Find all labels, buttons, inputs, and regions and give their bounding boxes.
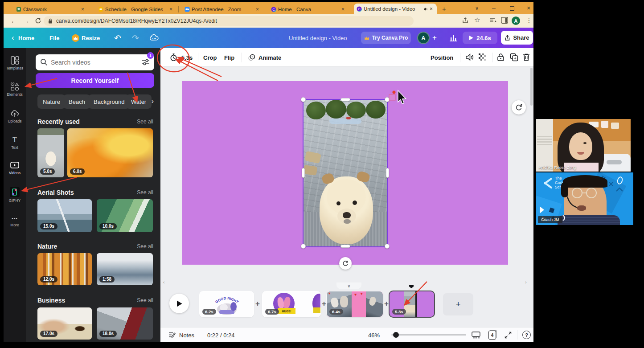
video-thumbnail-fog[interactable]: 1:58 — [97, 253, 153, 285]
browser-share-icon[interactable] — [462, 17, 469, 24]
filter-icon[interactable] — [142, 58, 150, 66]
resize-handle-bottom-right[interactable] — [385, 244, 390, 249]
forward-icon[interactable]: → — [23, 17, 29, 25]
canva-avatar[interactable]: A — [417, 32, 430, 44]
fullscreen-icon[interactable] — [505, 332, 512, 339]
bookmark-star-icon[interactable]: ☆ — [474, 16, 480, 24]
tab-audio-icon[interactable] — [423, 7, 428, 12]
zoom-slider-knob[interactable] — [393, 332, 399, 338]
participant-video-anichka[interactable]: Anichka Reese Zeng — [536, 119, 631, 172]
see-all-link[interactable]: See all — [137, 189, 153, 196]
record-yourself-button[interactable]: Record Yourself — [36, 73, 154, 88]
tab-google-slides[interactable]: Schedule - Google Slides × — [95, 4, 176, 14]
zoom-percent[interactable]: 46% — [368, 332, 380, 339]
timeline-clip-3[interactable]: ♥ ♥ ♥ 6.4s — [327, 291, 383, 317]
video-thumbnail-aerial-field[interactable]: 10.0s — [97, 199, 153, 232]
video-thumbnail-bridge[interactable]: 15.0s — [37, 199, 92, 232]
insights-chart-icon[interactable] — [449, 34, 458, 42]
chip-water[interactable]: Water — [126, 94, 152, 109]
tab-untitled-design[interactable]: C Untitled design - Video × — [354, 4, 437, 14]
help-button[interactable]: ? — [522, 331, 531, 339]
transparency-icon[interactable] — [479, 53, 487, 61]
canvas-page[interactable] — [182, 81, 508, 265]
sidebar-item-more[interactable]: ••• More — [4, 215, 26, 227]
browser-avatar[interactable]: A — [512, 16, 520, 25]
resize-handle-right[interactable] — [386, 168, 389, 178]
rotate-handle[interactable] — [339, 257, 352, 270]
vertical-scrollbar-thumb[interactable] — [530, 68, 533, 106]
chip-nature[interactable]: Nature — [37, 94, 66, 109]
see-all-link[interactable]: See all — [137, 243, 153, 250]
timeline-collapse-button[interactable]: ∨ — [336, 282, 361, 289]
chip-background[interactable]: Background — [88, 94, 130, 109]
video-thumbnail-laptop[interactable]: 18.0s — [97, 307, 153, 340]
tab-canva-home[interactable]: C Home - Canva × — [268, 4, 349, 14]
try-canva-pro-button[interactable]: Try Canva Pro — [361, 32, 411, 44]
close-icon[interactable]: × — [168, 6, 174, 12]
resize-button[interactable]: Resize — [82, 35, 100, 41]
tab-classwork[interactable]: Classwork × — [13, 4, 88, 14]
tab-search-chevron-icon[interactable]: ∨ — [475, 5, 479, 11]
chip-beach[interactable]: Beach — [63, 94, 90, 109]
timeline-clip-1[interactable]: GOOD NIGHT 6.2s — [200, 291, 254, 317]
new-tab-button[interactable]: + — [442, 5, 446, 12]
scroll-left-icon[interactable]: ‹ — [163, 279, 165, 285]
timeline-clip-2[interactable]: HUGS! 6.7s — [263, 291, 320, 317]
url-field[interactable]: canva.com/design/DAFC6MsoI18/RHqwyEY2Tx0… — [44, 16, 414, 26]
zoom-slider-track[interactable] — [391, 334, 466, 336]
browser-menu-kebab-icon[interactable]: ⋮ — [526, 16, 532, 24]
add-clip-icon[interactable]: + — [322, 299, 326, 308]
flip-button[interactable]: Flip — [224, 54, 234, 61]
sidebar-item-templates[interactable]: Templates — [4, 56, 26, 70]
timeline-clip-4-selected[interactable]: 5.3s — [389, 291, 435, 318]
scroll-right-icon[interactable]: › — [525, 279, 527, 285]
maximize-button[interactable] — [510, 6, 514, 11]
animate-button[interactable]: Animate — [258, 54, 281, 61]
reading-list-icon[interactable] — [489, 17, 497, 24]
resize-handle-bottom-left[interactable] — [301, 244, 306, 249]
home-button[interactable]: Home — [18, 35, 34, 41]
minimize-button[interactable]: – — [492, 4, 496, 11]
redo-icon[interactable]: ↷ — [132, 33, 139, 43]
search-input[interactable] — [51, 56, 135, 69]
sidebar-item-uploads[interactable]: Uploads — [4, 109, 26, 123]
add-clip-icon[interactable]: + — [255, 299, 260, 308]
duplicate-icon[interactable] — [510, 53, 518, 61]
video-thumbnail-keyboard[interactable]: 17.0s — [37, 307, 92, 340]
see-all-link[interactable]: See all — [137, 119, 153, 125]
close-icon[interactable]: × — [340, 6, 346, 12]
playhead-marker[interactable] — [408, 284, 414, 289]
close-icon[interactable]: × — [80, 6, 86, 12]
reload-icon[interactable] — [35, 17, 41, 24]
resize-handle-top-left[interactable] — [301, 97, 306, 102]
volume-icon[interactable] — [465, 53, 475, 61]
back-icon[interactable]: ← — [11, 17, 17, 25]
sidebar-item-videos[interactable]: Videos — [4, 161, 26, 175]
crop-button[interactable]: Crop — [203, 54, 217, 61]
position-button[interactable]: Position — [431, 54, 453, 61]
sidebar-item-elements[interactable]: Elements — [4, 82, 26, 97]
resize-handle-top[interactable] — [340, 98, 350, 101]
timing-icon[interactable] — [169, 53, 178, 61]
resize-handle-top-right[interactable] — [385, 97, 390, 102]
share-button[interactable]: Share — [501, 31, 533, 45]
close-icon[interactable]: × — [254, 6, 260, 12]
shuffle-refresh-button[interactable] — [512, 100, 526, 115]
window-close-button[interactable]: × — [527, 4, 530, 12]
see-all-link[interactable]: See all — [137, 297, 153, 303]
duration-view-icon[interactable] — [472, 332, 480, 339]
chevron-left-icon[interactable]: ‹ — [12, 33, 14, 42]
pages-count-icon[interactable]: 4 — [488, 331, 496, 340]
selected-video-element[interactable] — [304, 100, 387, 246]
video-thumbnail-puppy[interactable]: 5.0s — [37, 128, 64, 177]
sidebar-item-text[interactable]: T Text — [4, 135, 26, 150]
resize-handle-left[interactable] — [302, 168, 305, 178]
sidebar-item-giphy[interactable]: GIPHY — [4, 187, 26, 203]
file-menu-button[interactable]: File — [49, 35, 59, 41]
tab-zoom[interactable]: Post Attendee - Zoom × — [182, 4, 263, 14]
video-thumbnail-autumn[interactable]: 12.0s — [37, 253, 92, 285]
add-member-icon[interactable]: + — [432, 33, 437, 42]
notes-button[interactable]: Notes — [179, 332, 194, 339]
timeline-play-button[interactable] — [169, 294, 189, 313]
lock-icon[interactable] — [497, 53, 505, 61]
